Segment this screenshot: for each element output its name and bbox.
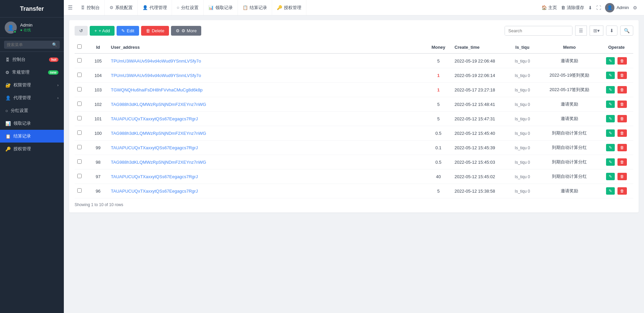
row-checkbox[interactable] [77,130,82,135]
sidebar-item-settlement[interactable]: 📋 结算记录 [0,130,64,143]
topnav-item-settlement[interactable]: 📋 结算记录 [238,0,272,15]
row-delete-button[interactable]: 🗑 [617,129,627,137]
row-checkbox[interactable] [77,73,82,77]
sidebar-item-dashboard[interactable]: 🎛 控制台 hot [0,53,64,66]
cell-operate: ✎ 🗑 [600,68,633,83]
search-input[interactable] [505,26,572,35]
topnav-item-dashboard[interactable]: 🎛 控制台 [76,0,105,15]
row-edit-button[interactable]: ✎ [606,144,615,151]
topnav-item-label: 控制台 [87,5,100,11]
cell-user-address: TAG988h3dKLQMWzRpSNjNDmF2XEYnz7nWG [108,155,425,169]
general-icon: ⚙ [5,70,9,75]
topnav-item-sysconfig[interactable]: ⚙ 系统配置 [105,0,138,15]
row-edit-button[interactable]: ✎ [606,101,615,108]
cell-user-address: TPUmU3iWAAUv594vd4oWud9YSnmLVSfy7o [108,53,425,68]
sidebar-item-agent[interactable]: 👤 代理管理 › [0,91,64,104]
cell-operate: ✎ 🗑 [600,126,633,141]
row-edit-button[interactable]: ✎ [606,86,615,93]
admin-user-wrap[interactable]: 👤 Admin [605,3,629,12]
topnav-home-link[interactable]: 🏠 主页 [542,5,557,11]
select-all-checkbox[interactable] [77,44,82,49]
sidebar-item-general[interactable]: ⚙ 常规管理 new [0,66,64,79]
grid-view-button[interactable]: ☰ [575,26,587,36]
row-checkbox[interactable] [77,159,82,164]
delete-button[interactable]: 🗑 Delete [141,26,169,36]
search-button[interactable]: 🔍 [620,26,633,36]
refresh-button[interactable]: ↺ [75,26,88,36]
dividend-icon: ○ [5,108,8,113]
add-button[interactable]: + + Add [90,26,115,36]
user-status: ● 在线 [20,28,33,33]
agent-icon: 👤 [5,95,11,101]
topnav-item-receive[interactable]: 📊 领取记录 [204,0,238,15]
col-header-user-address: User_address [108,41,425,53]
row-checkbox[interactable] [77,188,82,193]
topnav-clear-cache-link[interactable]: 🗑 清除缓存 [561,5,584,11]
row-edit-button[interactable]: ✎ [606,158,615,166]
row-edit-button[interactable]: ✎ [606,115,615,122]
row-delete-button[interactable]: 🗑 [617,86,627,93]
topnav-dividend-icon: ○ [177,5,179,10]
fullscreen-icon[interactable]: ⛶ [596,5,601,10]
receive-icon: 📊 [5,121,11,126]
topnav-item-auth[interactable]: 🔑 授权管理 [272,0,306,15]
row-edit-button[interactable]: ✎ [606,57,615,65]
export-button[interactable]: ⬇ [606,26,617,36]
row-checkbox-cell [75,155,88,169]
hamburger-icon[interactable]: ☰ [68,4,73,11]
cell-memo: 邀请奖励 [539,53,600,68]
home-icon: 🏠 [542,5,547,10]
row-checkbox[interactable] [77,116,82,120]
sidebar-search-input[interactable] [4,41,60,49]
row-delete-button[interactable]: 🗑 [617,144,627,151]
sidebar-item-permission[interactable]: 🔐 权限管理 › [0,79,64,91]
edit-button[interactable]: ✎ Edit [117,26,139,36]
row-edit-button[interactable]: ✎ [606,129,615,137]
cell-create-time: 2022-05-17 23:27:18 [452,83,506,97]
row-checkbox[interactable] [77,87,82,91]
permission-icon: 🔐 [5,83,11,88]
row-checkbox[interactable] [77,174,82,178]
row-checkbox[interactable] [77,58,82,63]
chevron-right-icon: › [57,96,58,100]
row-delete-button[interactable]: 🗑 [617,101,627,108]
topnav-item-label: 结算记录 [250,5,267,11]
row-delete-button[interactable]: 🗑 [617,187,627,195]
row-delete-button[interactable]: 🗑 [617,72,627,79]
sidebar-item-receive[interactable]: 📊 领取记录 [0,117,64,130]
row-edit-button[interactable]: ✎ [606,173,615,180]
cell-id: 104 [88,68,108,83]
sidebar-item-dividend[interactable]: ○ 分红设置 [0,104,64,117]
cell-money: 5 [425,184,452,198]
card-view-button[interactable]: ⊞▾ [590,26,603,36]
cell-is-tiqu: Is_tiqu 0 [506,97,539,112]
download-icon[interactable]: ⬇ [588,5,592,10]
main-content: ☰ 🎛 控制台 ⚙ 系统配置 👤 代理管理 ○ 分红设置 📊 领取记录 📋 结算… [64,0,644,313]
row-edit-button[interactable]: ✎ [606,72,615,79]
sidebar-item-auth[interactable]: 🔑 授权管理 [0,143,64,155]
settings-icon[interactable]: ⚙ [633,5,637,10]
sidebar-item-label: 结算记录 [13,133,31,139]
main-card: ↺ + + Add ✎ Edit 🗑 Delete ⚙ ⚙ More [69,20,639,212]
auth-icon: 🔑 [5,147,11,152]
more-button[interactable]: ⚙ ⚙ More [171,26,201,36]
topnav-item-agent[interactable]: 👤 代理管理 [138,0,172,15]
search-box [505,26,572,36]
row-edit-button[interactable]: ✎ [606,187,615,195]
row-delete-button[interactable]: 🗑 [617,173,627,180]
cell-user-address: TAG988h3dKLQMWzRpSNjNDmF2XEYnz7nWG [108,126,425,141]
cell-is-tiqu: Is_tiqu 0 [506,141,539,155]
toolbar-right: ☰ ⊞▾ ⬇ 🔍 [505,26,633,36]
cell-money: 1 [425,83,452,97]
topnav-agent-icon: 👤 [142,5,148,10]
row-checkbox[interactable] [77,102,82,106]
row-delete-button[interactable]: 🗑 [617,57,627,65]
row-delete-button[interactable]: 🗑 [617,158,627,166]
cell-id: 103 [88,83,108,97]
cell-money: 5 [425,97,452,112]
topnav-item-dividend[interactable]: ○ 分红设置 [172,0,204,15]
row-checkbox[interactable] [77,145,82,149]
sidebar-item-label: 领取记录 [13,120,31,126]
row-delete-button[interactable]: 🗑 [617,115,627,122]
table-row: 103 TGWQNQHu6haiFsDH8hFVvhaCMuCg8d6k8p 1… [75,83,633,97]
